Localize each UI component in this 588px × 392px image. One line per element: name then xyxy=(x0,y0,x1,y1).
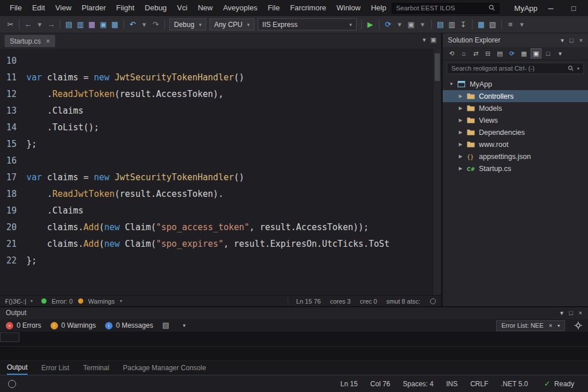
tree-item-views[interactable]: ▶Views xyxy=(443,114,588,126)
minimize-button[interactable]: ─ xyxy=(541,4,560,13)
back-caret-icon[interactable]: ▾ xyxy=(34,19,45,30)
code-line[interactable]: 21 claims.Add(new Claim("spo_expires", r… xyxy=(0,235,441,252)
refresh-icon[interactable]: ⟳ xyxy=(506,48,517,59)
start-debug-button[interactable]: ▶ xyxy=(365,19,376,30)
chevron-icon[interactable]: ▶ xyxy=(458,130,463,135)
code-line[interactable]: 19 .Claims xyxy=(0,202,441,219)
open-file-icon[interactable]: ▦ xyxy=(86,19,98,30)
navigate-back-icon[interactable]: ← xyxy=(22,19,34,30)
tree-item-appsettings-json[interactable]: ▶{}appsettings.json xyxy=(443,150,588,162)
menu-help[interactable]: Help xyxy=(366,0,392,16)
code-line[interactable]: 22}; xyxy=(0,252,441,269)
code-line[interactable]: 10 xyxy=(0,52,441,69)
window-layout-icon[interactable]: ▦ xyxy=(475,19,487,30)
platform-dropdown[interactable]: Any CPU ▾ xyxy=(210,18,254,30)
break-caret-icon[interactable]: ▾ xyxy=(417,19,428,30)
document-list-caret-icon[interactable]: ▾ xyxy=(423,36,426,44)
chevron-icon[interactable]: ▶ xyxy=(458,142,463,147)
menu-fiight[interactable]: Fiight xyxy=(111,0,140,16)
chevron-down-icon[interactable]: ▾ xyxy=(577,66,579,71)
compare-files-icon[interactable]: ▧ xyxy=(487,19,498,30)
download-icon[interactable]: ↧ xyxy=(458,19,469,30)
output-list-icon[interactable]: ▤ xyxy=(160,320,172,331)
solution-search-input[interactable]: Search reoligsot arsat Ctrl- (-) ▾ xyxy=(447,63,584,74)
maximize-button[interactable]: □ xyxy=(564,4,583,13)
explorer-float-icon[interactable]: □ xyxy=(570,37,574,44)
cut-icon[interactable]: ✂ xyxy=(5,19,16,30)
tree-item-controllers[interactable]: ▶Controllers xyxy=(443,90,588,102)
menu-file[interactable]: File xyxy=(5,0,27,16)
code-line[interactable]: 18 .ReadJwtToken(result.AccessToken). xyxy=(0,185,441,202)
tree-item-www-root[interactable]: ▶www.root xyxy=(443,138,588,150)
error-count-label[interactable]: Error: 0 xyxy=(52,298,73,305)
editor-vertical-scrollbar[interactable] xyxy=(434,49,441,295)
break-on-exception-icon[interactable]: ▣ xyxy=(405,19,417,30)
menu-plarder[interactable]: Plarder xyxy=(76,0,111,16)
menu-file[interactable]: File xyxy=(262,0,285,16)
add-item-icon[interactable]: ▥ xyxy=(75,19,86,30)
sync-with-active-icon[interactable]: ⟲ xyxy=(446,48,457,59)
navigate-forward-icon[interactable]: → xyxy=(45,19,57,30)
menu-debug[interactable]: Debug xyxy=(140,0,172,16)
chevron-icon[interactable]: ▶ xyxy=(458,106,463,111)
solution-config-dropdown[interactable]: Debug ▾ xyxy=(169,18,206,30)
code-line[interactable]: 17var claims = new JwtSecurityTokenHandl… xyxy=(0,169,441,185)
code-line[interactable]: 14 .ToList(); xyxy=(0,119,441,135)
tree-item-dependencies[interactable]: ▶Dependencies xyxy=(443,126,588,138)
error-list-filter-dropdown[interactable]: Error List: NEE × ▾ xyxy=(496,320,565,331)
settings-gear-icon[interactable] xyxy=(574,321,582,329)
menu-aveyoples[interactable]: Aveyoples xyxy=(218,0,262,16)
warnings-filter-button[interactable]: !0 Warnings xyxy=(51,321,96,329)
clear-filter-icon[interactable]: × xyxy=(549,322,552,329)
code-line[interactable]: 12 .ReadJwtToken(result.AccessToken), xyxy=(0,86,441,102)
explorer-collapse-icon[interactable]: ▾ xyxy=(560,37,564,44)
tree-item-myapp[interactable]: ▼MyApp xyxy=(443,78,588,90)
tab-close-icon[interactable]: × xyxy=(46,37,50,45)
panel-tab-error-list[interactable]: Error List xyxy=(41,361,69,375)
split-window-icon[interactable]: ▣ xyxy=(431,36,436,44)
scrollbar-thumb[interactable] xyxy=(435,53,440,81)
panel-tab-output[interactable]: Output xyxy=(7,361,28,375)
code-line[interactable]: 15}; xyxy=(0,135,441,152)
line-endings-caret-icon[interactable]: ▾ xyxy=(516,19,528,30)
feedback-icon[interactable] xyxy=(8,380,16,388)
messages-filter-button[interactable]: i0 Messages xyxy=(105,321,153,329)
explorer-options-caret-icon[interactable]: ▾ xyxy=(555,48,566,59)
menu-vci[interactable]: Vci xyxy=(172,0,192,16)
menu-winlow[interactable]: Winlow xyxy=(331,0,366,16)
properties-icon[interactable]: ▣ xyxy=(531,48,541,59)
editor-tab[interactable]: Startup.cs × xyxy=(5,35,55,47)
code-line[interactable]: 20 claims.Add(new Claim("spo_access_toke… xyxy=(0,219,441,235)
startup-profile-dropdown[interactable]: IIS Express ▾ xyxy=(258,18,357,30)
warnings-label[interactable]: Warnings xyxy=(88,298,115,305)
hot-reload-icon[interactable]: ⟳ xyxy=(382,19,394,30)
errors-filter-button[interactable]: ×0 Errors xyxy=(6,321,41,329)
pending-changes-icon[interactable]: ▤ xyxy=(494,48,505,59)
undo-icon[interactable]: ↶ xyxy=(127,19,138,30)
symbol-navigator-dropdown[interactable]: Ғ()3Є-:| ▾ xyxy=(5,298,36,305)
global-search-input[interactable]: Searbot EEST ILOS xyxy=(392,3,500,14)
output-float-icon[interactable]: □ xyxy=(569,309,573,317)
save-all-icon[interactable]: ▦ xyxy=(109,19,121,30)
chevron-icon[interactable]: ▶ xyxy=(458,154,463,159)
home-icon[interactable]: ⌂ xyxy=(458,48,469,59)
redo-icon[interactable]: ↷ xyxy=(150,19,161,30)
line-endings-icon[interactable]: ≡ xyxy=(505,19,516,30)
chevron-icon[interactable]: ▼ xyxy=(448,81,454,87)
save-icon[interactable]: ▣ xyxy=(98,19,109,30)
hot-reload-caret-icon[interactable]: ▾ xyxy=(394,19,405,30)
new-project-icon[interactable]: ▤ xyxy=(63,19,75,30)
panel-tab-terminal[interactable]: Terminal xyxy=(83,361,109,375)
menu-farcrimore[interactable]: Farcrimore xyxy=(285,0,331,16)
collapse-all-icon[interactable]: ⊟ xyxy=(482,48,493,59)
preview-selected-icon[interactable]: □ xyxy=(543,48,554,59)
code-editor[interactable]: 1011var claims = new JwtSecurityTokenHan… xyxy=(0,49,441,295)
tree-item-startup-cs[interactable]: ▶C#Startup.cs xyxy=(443,162,588,174)
output-collapse-icon[interactable]: ▾ xyxy=(560,309,563,317)
find-in-files-icon[interactable]: ▥ xyxy=(446,19,458,30)
explorer-close-icon[interactable]: × xyxy=(579,37,583,44)
output-content[interactable] xyxy=(0,332,588,361)
tree-item-models[interactable]: ▶Models xyxy=(443,102,588,114)
menu-view[interactable]: View xyxy=(50,0,76,16)
output-close-icon[interactable]: × xyxy=(579,309,582,317)
